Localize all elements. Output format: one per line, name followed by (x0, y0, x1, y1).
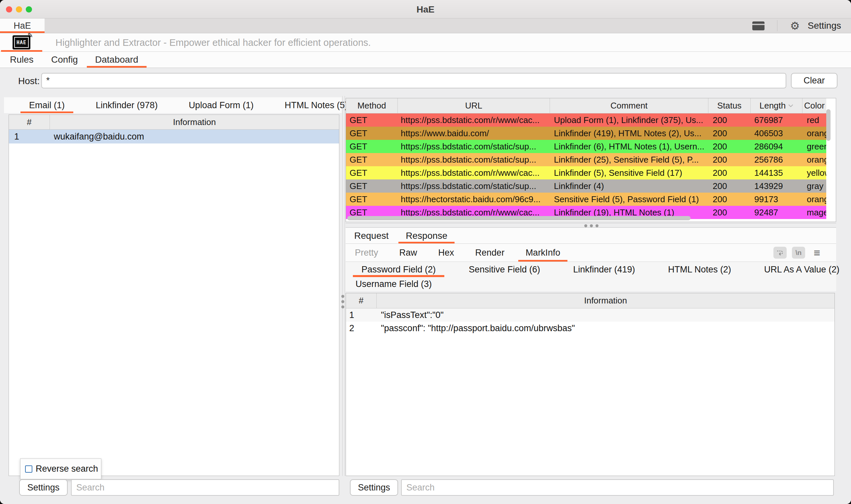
layout-panel-icon[interactable] (752, 21, 765, 30)
cell-status: 200 (708, 153, 751, 166)
tab-password-field[interactable]: Password Field (2) (353, 262, 444, 277)
left-search-input[interactable] (71, 479, 339, 496)
tab-linkfinder-mark[interactable]: Linkfinder (419) (565, 262, 644, 277)
tab-request[interactable]: Request (347, 228, 396, 244)
clear-button[interactable]: Clear (791, 73, 837, 88)
settings-menu-label[interactable]: Settings (808, 20, 841, 31)
tab-raw[interactable]: Raw (392, 244, 424, 262)
tab-hex-label: Hex (438, 248, 454, 258)
gear-icon[interactable]: ⚙ (790, 20, 800, 31)
markinfo-tab-row-2: Username Field (3) (346, 277, 836, 291)
vertical-splitter-handle[interactable] (341, 295, 345, 308)
tab-email[interactable]: Email (1) (20, 97, 73, 113)
cell-length: 286094 (751, 140, 802, 153)
tab-upload-form[interactable]: Upload Form (1) (180, 97, 262, 113)
request-row[interactable]: GET https://pss.bdstatic.com/r/www/cac..… (346, 166, 826, 179)
divider (777, 20, 777, 31)
cell-comment: Linkfinder (419), HTML Notes (2), Us... (550, 127, 708, 140)
tab-response[interactable]: Response (398, 228, 454, 244)
cell-length: 99173 (751, 193, 802, 206)
cell-status: 200 (708, 193, 751, 206)
column-header-information[interactable]: Information (377, 293, 834, 308)
row-information: "passconf": "http://passport.baidu.com/u… (377, 323, 834, 334)
menu-icon[interactable]: ≡ (811, 247, 823, 258)
show-newlines-icon[interactable]: \n (792, 247, 805, 258)
reverse-search-checkbox[interactable] (25, 465, 32, 473)
cell-length: 676987 (751, 113, 802, 127)
tab-render[interactable]: Render (468, 244, 512, 262)
panel-divider[interactable] (345, 96, 345, 476)
horizontal-splitter-handle[interactable] (584, 224, 598, 227)
request-list-table: Method URL Comment Status Length Color G… (346, 98, 836, 222)
tab-html-notes[interactable]: HTML Notes (5) (276, 97, 356, 113)
request-row[interactable]: GET https://pss.bdstatic.com/r/www/cac..… (346, 113, 826, 127)
tab-hae[interactable]: HaE (0, 18, 45, 33)
tab-password-field-label: Password Field (2) (362, 265, 436, 275)
tab-html-notes-mark[interactable]: HTML Notes (2) (660, 262, 740, 277)
word-wrap-icon[interactable] (774, 247, 787, 258)
tab-sensitive-field-label: Sensitive Field (6) (469, 265, 540, 275)
tab-databoard[interactable]: Databoard (95, 52, 138, 68)
tab-markinfo[interactable]: MarkInfo (518, 244, 568, 262)
request-row[interactable]: GET https://pss.bdstatic.com/static/sup.… (346, 153, 826, 166)
row-num: 1 (346, 310, 377, 320)
cell-method: GET (346, 140, 398, 153)
titlebar: HaE (0, 0, 851, 18)
cell-method: GET (346, 193, 398, 206)
column-header-information[interactable]: Information (50, 115, 339, 129)
host-input[interactable] (41, 73, 786, 88)
column-header-url[interactable]: URL (398, 98, 550, 113)
table-header: # Information (346, 293, 834, 308)
table-row[interactable]: 1 wukaifang@baidu.com (9, 130, 339, 143)
email-results-table: # Information 1 wukaifang@baidu.com (8, 114, 339, 476)
tab-pretty[interactable]: Pretty (348, 244, 385, 262)
tab-email-label: Email (1) (29, 100, 65, 110)
request-row[interactable]: GET https://hectorstatic.baidu.com/96c9.… (346, 193, 826, 206)
tab-linkfinder[interactable]: Linkfinder (978) (87, 97, 167, 113)
panel-divider[interactable] (342, 96, 343, 476)
column-header-num[interactable]: # (9, 115, 50, 129)
hae-logo: HAE ✎ (13, 35, 30, 50)
tab-upload-form-label: Upload Form (1) (189, 100, 254, 110)
right-search-input[interactable] (401, 479, 834, 496)
main-tab-bar: HaE ⚙ Settings (0, 18, 851, 33)
request-row[interactable]: GET https://pss.bdstatic.com/static/sup.… (346, 140, 826, 153)
request-row[interactable]: GET https://www.baidu.com/ Linkfinder (4… (346, 127, 826, 140)
reverse-search-popup: Reverse search (20, 458, 101, 479)
table-header: Method URL Comment Status Length Color (346, 98, 826, 113)
horizontal-scrollbar[interactable] (347, 216, 691, 220)
tab-url-as-a-value[interactable]: URL As A Value (2) (756, 262, 848, 277)
left-settings-button[interactable]: Settings (19, 479, 68, 496)
cell-comment: Sensitive Field (5), Password Field (1) (550, 193, 708, 206)
cell-length: 143929 (751, 179, 802, 193)
tab-config[interactable]: Config (51, 52, 78, 68)
right-settings-button[interactable]: Settings (350, 479, 398, 496)
tab-rules[interactable]: Rules (10, 52, 34, 68)
cell-comment: Linkfinder (5), Sensitive Field (17) (550, 166, 708, 179)
table-row[interactable]: 1 "isPassText":"0" (346, 308, 834, 322)
tab-hex[interactable]: Hex (431, 244, 462, 262)
tab-markinfo-label: MarkInfo (525, 248, 560, 258)
cell-color: orange (802, 127, 826, 140)
tab-render-label: Render (475, 248, 505, 258)
column-header-comment[interactable]: Comment (550, 98, 708, 113)
row-num: 1 (9, 132, 50, 142)
cell-url: https://pss.bdstatic.com/r/www/cac... (398, 166, 550, 179)
column-header-method[interactable]: Method (346, 98, 398, 113)
active-tab-indicator (0, 31, 45, 33)
column-header-num[interactable]: # (346, 293, 377, 308)
column-header-status[interactable]: Status (708, 98, 751, 113)
pencil-icon: ✎ (28, 31, 33, 39)
cell-comment: Linkfinder (6), HTML Notes (1), Usern... (550, 140, 708, 153)
cell-status: 200 (708, 127, 751, 140)
table-row[interactable]: 2 "passconf": "http://passport.baidu.com… (346, 322, 834, 335)
column-header-length[interactable]: Length (751, 98, 802, 113)
column-header-color[interactable]: Color (802, 98, 826, 113)
tab-username-field[interactable]: Username Field (3) (347, 277, 440, 291)
tab-sensitive-field[interactable]: Sensitive Field (6) (460, 262, 549, 277)
tab-request-label: Request (354, 231, 388, 241)
window-title: HaE (0, 4, 851, 15)
vertical-scrollbar[interactable] (826, 109, 831, 141)
splitter-line (346, 223, 836, 223)
request-row[interactable]: GET https://pss.bdstatic.com/static/sup.… (346, 179, 826, 193)
